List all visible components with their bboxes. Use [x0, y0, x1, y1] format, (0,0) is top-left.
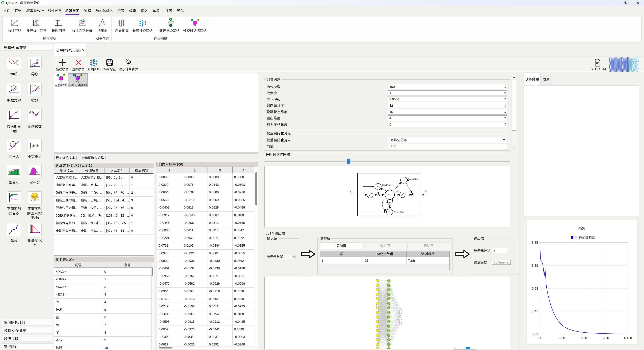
svg-text:t: t — [390, 195, 390, 197]
svg-text:Cell: Cell — [395, 190, 399, 193]
svg-text:Output Gate: Output Gate — [408, 178, 418, 180]
svg-text:Ø: Ø — [170, 18, 172, 20]
svg-text:x: x — [170, 24, 171, 26]
svg-text:t: t — [426, 191, 427, 193]
svg-text:A: A — [10, 115, 11, 118]
svg-text:t: t — [352, 192, 352, 194]
svg-text:x: x — [350, 190, 351, 193]
svg-text:B: B — [16, 109, 18, 112]
svg-text:dy: dy — [39, 88, 41, 90]
svg-text:o: o — [403, 179, 404, 182]
svg-text:t: t — [405, 180, 405, 182]
svg-text:f(x)dx: f(x)dx — [32, 144, 39, 147]
svg-text:Input Gate: Input Gate — [382, 184, 392, 186]
svg-text:i: i — [377, 185, 378, 188]
svg-text:t: t — [390, 212, 391, 213]
svg-text:∫: ∫ — [29, 141, 32, 149]
svg-text:f '(x)dx: f '(x)dx — [30, 84, 36, 86]
svg-text:Forget Gate: Forget Gate — [394, 211, 404, 213]
svg-text:c: c — [388, 193, 390, 197]
svg-text:h: h — [425, 189, 426, 192]
svg-text:t: t — [379, 186, 380, 188]
